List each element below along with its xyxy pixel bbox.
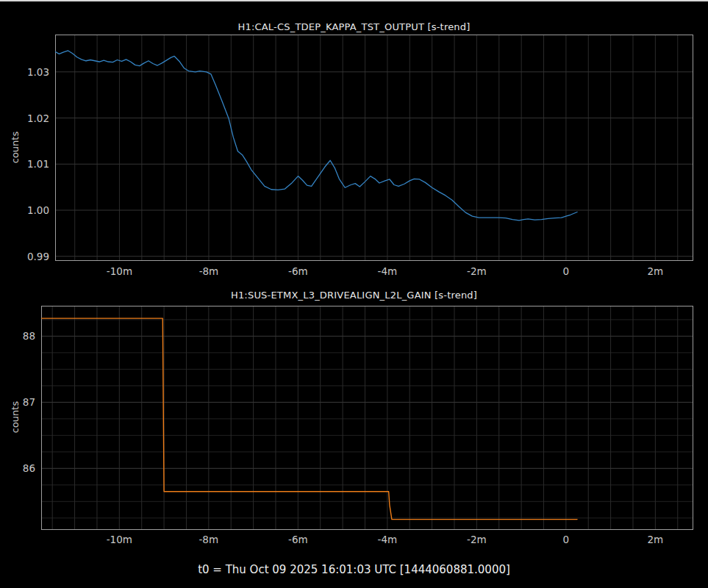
y-tick-label: 0.99 bbox=[17, 251, 49, 262]
x-tick-label: 2m bbox=[633, 534, 677, 545]
plot-canvas-drivealign-gain[interactable] bbox=[41, 306, 693, 530]
y-tick-label: 88 bbox=[3, 330, 35, 342]
y-tick-label: 1.00 bbox=[17, 204, 49, 216]
x-tick-label: -8m bbox=[187, 265, 231, 277]
plot-title-drivealign-gain: H1:SUS-ETMX_L3_DRIVEALIGN_L2L_GAIN [s-tr… bbox=[0, 290, 708, 301]
x-tick-label: -6m bbox=[276, 265, 320, 277]
y-axis-tick-area: 888786 bbox=[3, 298, 37, 531]
y-axis-tick-area: 1.031.021.011.000.99 bbox=[17, 27, 51, 262]
x-tick-label: 2m bbox=[633, 265, 677, 277]
y-tick-label: 1.02 bbox=[17, 112, 49, 124]
x-tick-label: -2m bbox=[454, 534, 498, 545]
y-tick-label: 86 bbox=[3, 462, 35, 474]
ndscope-window: H1:CAL-CS_TDEP_KAPPA_TST_OUTPUT [s-trend… bbox=[0, 0, 708, 588]
plot-frame bbox=[56, 35, 693, 261]
plot-title-kappa-tst: H1:CAL-CS_TDEP_KAPPA_TST_OUTPUT [s-trend… bbox=[0, 21, 708, 32]
y-tick-label: 87 bbox=[3, 396, 35, 408]
plot-canvas-kappa-tst[interactable] bbox=[55, 35, 693, 261]
y-tick-label: 1.03 bbox=[17, 66, 49, 78]
y-tick-label: 1.01 bbox=[17, 158, 49, 170]
t0-label: t0 = Thu Oct 09 2025 16:01:03 UTC [14440… bbox=[0, 563, 708, 576]
x-tick-label: -4m bbox=[365, 265, 410, 277]
x-tick-label: -2m bbox=[454, 265, 498, 277]
x-tick-label: 0 bbox=[544, 265, 588, 277]
x-tick-label: -10m bbox=[97, 265, 141, 277]
x-tick-label: -4m bbox=[365, 534, 410, 545]
x-tick-label: -6m bbox=[276, 534, 320, 545]
x-tick-label: -8m bbox=[187, 534, 231, 545]
x-tick-label: 0 bbox=[544, 534, 588, 545]
x-tick-label: -10m bbox=[97, 534, 141, 545]
window-top-border bbox=[0, 0, 708, 1]
plot-frame bbox=[42, 306, 693, 530]
